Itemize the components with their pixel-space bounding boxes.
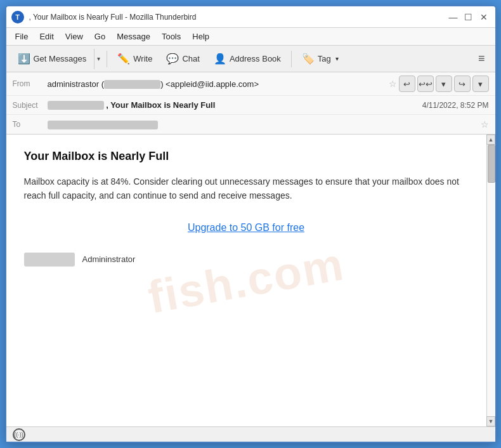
get-messages-label: Get Messages: [34, 54, 87, 63]
subject-label: Subject: [13, 101, 48, 110]
email-paragraph: Mailbox capacity is at 84%. Consider cle…: [24, 175, 469, 203]
from-label: From: [13, 79, 48, 88]
upgrade-link[interactable]: Upgrade to 50 GB for free: [24, 222, 469, 234]
email-body-container: fish.com Your Mailbox is Nearly Full Mai…: [6, 135, 495, 426]
from-blurred: ██████████: [104, 80, 160, 89]
forward-button[interactable]: ↪: [454, 76, 471, 92]
window-title: , Your Mailbox is Nearly Full - Mozilla …: [29, 13, 447, 22]
menu-message[interactable]: Message: [112, 30, 155, 43]
subject-field: Subject ██████████ , Your Mailbox is Nea…: [6, 96, 495, 115]
toolbar: ⬇️ Get Messages ▾ ✏️ Write 💬 Chat 👤 Addr…: [6, 46, 495, 72]
write-button[interactable]: ✏️ Write: [111, 49, 159, 69]
to-value: ████████████████████: [48, 120, 481, 129]
email-heading: Your Mailbox is Nearly Full: [24, 150, 469, 163]
main-window: T , Your Mailbox is Nearly Full - Mozill…: [5, 5, 497, 443]
watermark: fish.com: [144, 238, 348, 324]
maximize-button[interactable]: ☐: [462, 11, 475, 23]
subject-prefix-blurred: ██████████: [48, 101, 104, 110]
close-button[interactable]: ✕: [478, 11, 490, 23]
from-email: <appleid@iid.apple.com>: [166, 79, 259, 89]
to-label: To: [13, 120, 48, 129]
reply-all-button[interactable]: ↩↩: [417, 76, 434, 92]
scroll-up-arrow[interactable]: ▲: [486, 135, 495, 145]
more-button[interactable]: ▾: [472, 76, 489, 92]
to-blurred: ████████████████████: [48, 121, 158, 129]
title-bar: T , Your Mailbox is Nearly Full - Mozill…: [6, 6, 495, 28]
get-messages-dropdown[interactable]: ▾: [94, 49, 103, 69]
chat-label: Chat: [182, 54, 199, 63]
toolbar-divider-2: [291, 51, 292, 67]
get-messages-button[interactable]: ⬇️ Get Messages: [11, 49, 93, 69]
get-messages-icon: ⬇️: [18, 53, 30, 65]
write-label: Write: [133, 54, 152, 63]
tag-button[interactable]: 🏷️ Tag ▾: [296, 49, 345, 69]
subject-text: , Your Mailbox is Nearly Full: [106, 100, 215, 110]
star-icon[interactable]: ☆: [389, 79, 397, 89]
window-controls: — ☐ ✕: [447, 11, 490, 23]
tag-dropdown-arrow: ▾: [335, 55, 339, 62]
toolbar-divider-1: [107, 51, 107, 67]
address-book-icon: 👤: [214, 53, 226, 65]
app-icon: T: [11, 11, 24, 23]
connection-status-icon: ((·)): [13, 428, 25, 441]
scrollbar[interactable]: ▲ ▼: [486, 135, 495, 426]
tag-label: Tag: [318, 54, 331, 63]
tag-icon: 🏷️: [302, 53, 315, 65]
from-value: administrastor (██████████) <appleid@iid…: [48, 79, 384, 89]
subject-value: ██████████ , Your Mailbox is Nearly Full: [48, 100, 422, 110]
status-bar: ((·)): [6, 426, 495, 442]
scroll-track[interactable]: [487, 145, 495, 416]
email-body: fish.com Your Mailbox is Nearly Full Mai…: [6, 135, 486, 426]
address-book-button[interactable]: 👤 Address Book: [207, 49, 287, 69]
address-book-label: Address Book: [230, 54, 281, 63]
menu-edit[interactable]: Edit: [34, 30, 58, 43]
email-date: 4/11/2022, 8:52 PM: [422, 101, 489, 110]
reply-button[interactable]: ↩: [399, 76, 415, 92]
dropdown-button[interactable]: ▾: [436, 76, 452, 92]
scroll-down-arrow[interactable]: ▼: [486, 416, 495, 426]
email-header: From administrastor (██████████) <applei…: [6, 72, 495, 135]
hamburger-menu-button[interactable]: ≡: [473, 49, 490, 69]
from-name: administrastor: [48, 79, 100, 89]
from-field: From administrastor (██████████) <applei…: [6, 72, 495, 96]
menu-file[interactable]: File: [10, 30, 34, 43]
menu-help[interactable]: Help: [187, 30, 214, 43]
write-icon: ✏️: [117, 53, 130, 65]
signature-name: Admininstrator: [82, 254, 136, 264]
to-field: To ████████████████████ ☆: [6, 115, 495, 134]
signature-image: [24, 253, 75, 267]
status-symbol: ((·)): [14, 432, 23, 438]
signature-area: Admininstrator: [24, 253, 469, 267]
chat-button[interactable]: 💬 Chat: [160, 49, 205, 69]
menu-tools[interactable]: Tools: [157, 30, 186, 43]
menu-view[interactable]: View: [60, 30, 88, 43]
minimize-button[interactable]: —: [447, 11, 460, 23]
menu-bar: File Edit View Go Message Tools Help: [6, 28, 495, 46]
chat-icon: 💬: [166, 53, 179, 65]
scroll-thumb[interactable]: [488, 145, 495, 183]
menu-go[interactable]: Go: [89, 30, 110, 43]
from-actions: ☆ ↩ ↩↩ ▾ ↪ ▾: [389, 76, 489, 92]
to-star-icon[interactable]: ☆: [481, 119, 489, 129]
